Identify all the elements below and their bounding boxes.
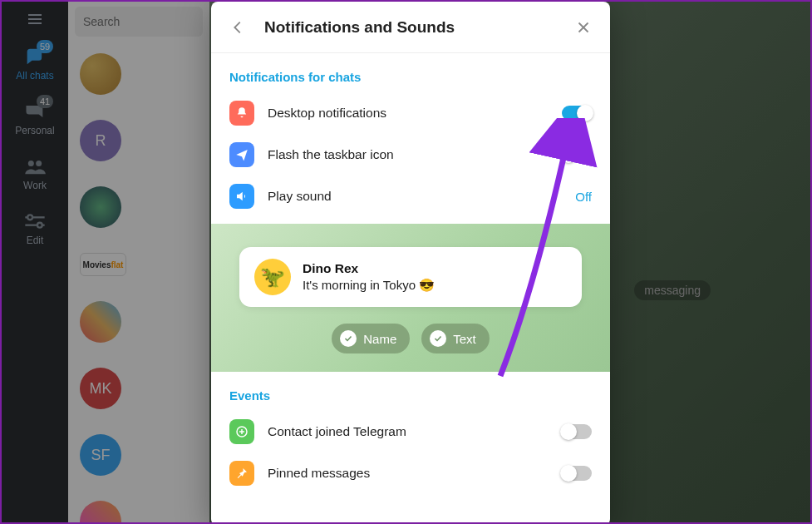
chip-label: Text [453,332,476,346]
row-label: Flash the taskbar icon [268,147,562,162]
preview-avatar: 🦖 [254,259,291,295]
close-button[interactable] [572,16,595,39]
settings-modal: Notifications and Sounds Notifications f… [211,2,610,524]
toggle-switch[interactable] [562,466,592,481]
check-icon [430,330,446,347]
notification-preview-card: 🦖 Dino Rex It's morning in Tokyo 😎 [239,247,582,307]
back-button[interactable] [226,16,249,39]
plus-icon [229,419,254,444]
preview-name: Dino Rex [303,261,435,276]
row-label: Pinned messages [268,466,562,481]
row-end-value: Off [575,190,592,204]
toggle-switch[interactable] [562,424,592,439]
row-label: Contact joined Telegram [268,424,562,439]
notification-preview-area: 🦖 Dino Rex It's morning in Tokyo 😎 Name … [211,224,610,372]
send-icon [229,142,254,167]
section-title-events: Events [211,372,610,411]
section-title-notifications: Notifications for chats [211,53,610,92]
chip-text[interactable]: Text [421,324,490,353]
toggle-switch[interactable] [562,106,592,121]
modal-header: Notifications and Sounds [211,2,610,53]
row-flash-taskbar[interactable]: Flash the taskbar icon [211,134,610,175]
modal-title: Notifications and Sounds [264,18,557,37]
row-pinned-messages[interactable]: Pinned messages [211,452,610,494]
chip-label: Name [363,332,396,346]
row-contact-joined[interactable]: Contact joined Telegram [211,411,610,452]
row-play-sound[interactable]: Play sound Off [211,175,610,217]
check-icon [340,330,357,347]
preview-message: It's morning in Tokyo 😎 [303,278,435,293]
row-desktop-notifications[interactable]: Desktop notifications [211,92,610,134]
toggle-switch[interactable] [562,147,592,162]
row-label: Desktop notifications [268,106,562,121]
pin-icon [229,461,254,486]
chip-name[interactable]: Name [332,324,410,353]
speaker-icon [229,184,254,209]
bell-icon [229,101,254,126]
row-label: Play sound [268,189,575,204]
